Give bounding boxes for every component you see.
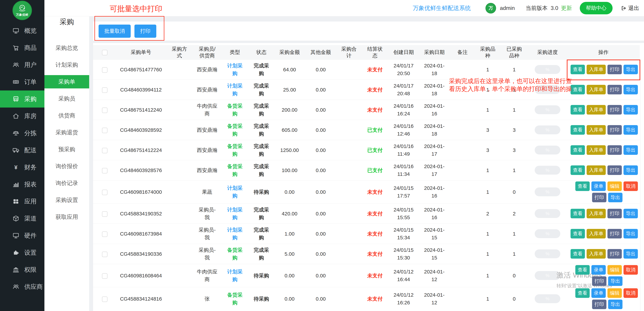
cart-icon bbox=[12, 44, 20, 51]
view-button[interactable]: 查看 bbox=[575, 181, 590, 191]
view-button[interactable]: 查看 bbox=[575, 288, 590, 298]
cell-order-no: CG486751477760 bbox=[116, 59, 166, 79]
export-button[interactable]: 导出 bbox=[624, 105, 638, 115]
cell-other-amount: 0.00 bbox=[305, 204, 336, 224]
record-button[interactable]: 录单 bbox=[592, 265, 606, 275]
stock-in-button[interactable]: 入库单 bbox=[586, 249, 606, 259]
sidebar-item-6[interactable]: 分拣 bbox=[0, 125, 44, 142]
stock-in-button[interactable]: 入库单 bbox=[586, 85, 606, 94]
submenu-item-0[interactable]: 采购总览 bbox=[44, 40, 89, 56]
view-button[interactable]: 查看 bbox=[575, 265, 590, 275]
sidebar-item-11[interactable]: 渠道 bbox=[0, 210, 44, 227]
view-button[interactable]: 查看 bbox=[570, 229, 585, 239]
print-button[interactable]: 打印 bbox=[608, 125, 622, 135]
stock-in-button[interactable]: 入库单 bbox=[586, 125, 606, 135]
view-button[interactable]: 查看 bbox=[570, 165, 585, 175]
row-checkbox[interactable] bbox=[102, 128, 108, 133]
sidebar-item-15[interactable]: 供应商 bbox=[0, 278, 44, 295]
row-checkbox[interactable] bbox=[102, 87, 108, 93]
sidebar-item-13[interactable]: 设置 bbox=[0, 244, 44, 261]
record-button[interactable]: 录单 bbox=[592, 288, 606, 298]
export-button[interactable]: 导出 bbox=[624, 165, 638, 175]
view-button[interactable]: 查看 bbox=[570, 85, 585, 94]
print-button[interactable]: 打印 bbox=[608, 209, 622, 218]
system-name-link[interactable]: 万象优鲜生鲜配送系统 bbox=[413, 4, 471, 12]
stock-in-button[interactable]: 入库单 bbox=[586, 105, 606, 115]
export-button[interactable]: 导出 bbox=[624, 209, 638, 218]
print-button[interactable]: 打印 bbox=[608, 85, 622, 94]
edit-button[interactable]: 编辑 bbox=[608, 288, 622, 298]
select-all-checkbox[interactable] bbox=[102, 50, 108, 55]
stock-in-button[interactable]: 入库单 bbox=[586, 229, 606, 239]
sidebar-item-12[interactable]: 硬件 bbox=[0, 227, 44, 244]
row-checkbox[interactable] bbox=[102, 168, 108, 173]
logout-button[interactable]: 退出 bbox=[621, 4, 639, 12]
submenu-item-7[interactable]: 询价报价 bbox=[44, 158, 89, 175]
update-link[interactable]: 更新 bbox=[561, 4, 572, 12]
sidebar-item-8[interactable]: ¥财务 bbox=[0, 159, 44, 176]
sidebar-item-1[interactable]: 商品 bbox=[0, 39, 44, 56]
view-button[interactable]: 查看 bbox=[570, 105, 585, 115]
row-checkbox[interactable] bbox=[102, 190, 108, 195]
view-button[interactable]: 查看 bbox=[570, 125, 585, 135]
row-checkbox[interactable] bbox=[102, 232, 108, 237]
stock-in-button[interactable]: 入库单 bbox=[586, 209, 606, 218]
annotation-line2: 看历史入库单，单个采购单的打印和导出的操 bbox=[449, 85, 572, 93]
print-button[interactable]: 打印 bbox=[608, 145, 622, 155]
sidebar-item-9[interactable]: 报表 bbox=[0, 176, 44, 193]
submenu-item-5[interactable]: 采购退货 bbox=[44, 124, 89, 141]
export-button[interactable]: 导出 bbox=[624, 125, 638, 135]
cancel-button[interactable]: 取消 bbox=[624, 181, 638, 191]
row-checkbox[interactable] bbox=[102, 67, 108, 73]
submenu-item-1[interactable]: 计划采购 bbox=[44, 56, 89, 73]
row-checkbox[interactable] bbox=[102, 148, 108, 153]
row-checkbox[interactable] bbox=[102, 297, 108, 302]
export-button[interactable]: 导出 bbox=[624, 85, 638, 94]
stock-in-button[interactable]: 入库单 bbox=[586, 145, 606, 155]
sidebar-item-4[interactable]: 采购 bbox=[0, 90, 44, 107]
print-button[interactable]: 打印 bbox=[608, 249, 622, 259]
submenu-item-10[interactable]: 获取应用 bbox=[44, 209, 89, 226]
export-button[interactable]: 导出 bbox=[608, 193, 622, 202]
row-checkbox[interactable] bbox=[102, 252, 108, 257]
submenu-item-6[interactable]: 预采购 bbox=[44, 141, 89, 158]
print-button[interactable]: 打印 bbox=[592, 193, 606, 202]
row-checkbox[interactable] bbox=[102, 107, 108, 113]
print-button[interactable]: 打印 bbox=[592, 276, 606, 286]
export-button[interactable]: 导出 bbox=[624, 145, 638, 155]
edit-button[interactable]: 编辑 bbox=[608, 181, 622, 191]
print-button[interactable]: 打印 bbox=[608, 165, 622, 175]
submenu-item-8[interactable]: 询价记录 bbox=[44, 175, 89, 192]
export-button[interactable]: 导出 bbox=[624, 249, 638, 259]
submenu-item-2[interactable]: 采购单 bbox=[44, 75, 89, 88]
sidebar-item-5[interactable]: 库房 bbox=[0, 107, 44, 125]
submenu-item-3[interactable]: 采购员 bbox=[44, 90, 89, 107]
help-center-button[interactable]: 帮助中心 bbox=[580, 2, 612, 14]
print-button[interactable]: 打印 bbox=[608, 105, 622, 115]
sidebar-item-2[interactable]: 用户 bbox=[0, 56, 44, 73]
export-button[interactable]: 导出 bbox=[624, 229, 638, 239]
submenu-item-9[interactable]: 采购设置 bbox=[44, 192, 89, 209]
sidebar-item-3[interactable]: 订单 bbox=[0, 73, 44, 90]
cancel-button[interactable]: 取消 bbox=[624, 265, 638, 275]
view-button[interactable]: 查看 bbox=[570, 145, 585, 155]
view-button[interactable]: 查看 bbox=[570, 209, 585, 218]
print-button[interactable]: 打印 bbox=[592, 300, 606, 309]
edit-button[interactable]: 编辑 bbox=[608, 265, 622, 275]
row-checkbox[interactable] bbox=[102, 273, 108, 279]
cell-varieties: 1 bbox=[475, 160, 500, 180]
export-button[interactable]: 导出 bbox=[608, 300, 622, 309]
view-button[interactable]: 查看 bbox=[570, 249, 585, 259]
export-button[interactable]: 导出 bbox=[608, 276, 622, 286]
row-checkbox[interactable] bbox=[102, 211, 108, 217]
submenu-item-4[interactable]: 供货商 bbox=[44, 107, 89, 124]
record-button[interactable]: 录单 bbox=[592, 181, 606, 191]
sidebar-item-7[interactable]: 配送 bbox=[0, 142, 44, 159]
sidebar-item-14[interactable]: 权限 bbox=[0, 261, 44, 278]
sidebar-item-0[interactable]: 概览 bbox=[0, 22, 44, 39]
cancel-button[interactable]: 取消 bbox=[624, 288, 638, 298]
sidebar-item-10[interactable]: 应用 bbox=[0, 193, 44, 210]
cell-varieties: 1 bbox=[475, 287, 500, 310]
stock-in-button[interactable]: 入库单 bbox=[586, 165, 606, 175]
print-button[interactable]: 打印 bbox=[608, 229, 622, 239]
